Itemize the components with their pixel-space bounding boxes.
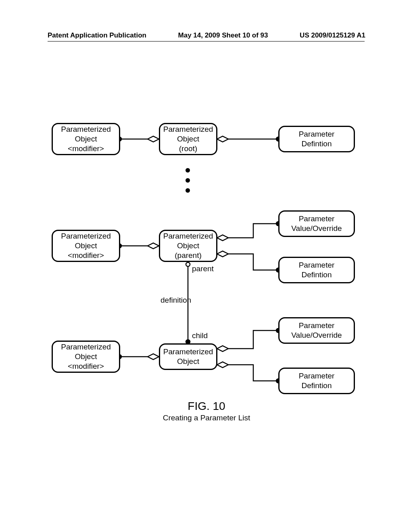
svg-point-14 xyxy=(186,262,190,266)
box-r1-root: Parameterized Object (root) xyxy=(159,123,217,155)
svg-marker-11 xyxy=(217,251,228,257)
box-r2-modifier: Parameterized Object <modifier> xyxy=(52,230,120,262)
box-text: Object xyxy=(177,357,199,366)
box-text: Value/Override xyxy=(291,224,342,233)
ellipsis-dots xyxy=(186,165,190,195)
box-text: Parameterized xyxy=(61,231,111,241)
box-text: Parameterized xyxy=(61,342,111,352)
figure-title: FIG. 10 xyxy=(48,400,365,413)
header-rule xyxy=(48,41,365,42)
label-definition: definition xyxy=(161,296,191,305)
box-text: Defintion xyxy=(302,139,332,149)
svg-marker-4 xyxy=(217,136,228,142)
box-r2-value-override: Parameter Value/Override xyxy=(278,210,355,237)
box-r1-definition: Parameter Defintion xyxy=(278,126,355,152)
box-text: Value/Override xyxy=(291,330,342,340)
box-text: Object xyxy=(177,134,199,144)
box-text: Defintion xyxy=(302,381,332,391)
box-text: Parameter xyxy=(299,129,335,139)
svg-marker-9 xyxy=(217,235,228,241)
box-r3-definition: Parameter Defintion xyxy=(278,368,355,394)
box-r2-parent: Parameterized Object (parent) xyxy=(159,230,217,262)
box-r2-definition: Parameter Defintion xyxy=(278,257,355,283)
box-text: Parameterized xyxy=(163,347,213,357)
box-text: Parameter xyxy=(299,260,335,270)
header-center: May 14, 2009 Sheet 10 of 93 xyxy=(178,31,268,39)
uml-diagram: Parameterized Object <modifier> Paramete… xyxy=(48,121,365,435)
box-text: Parameter xyxy=(299,371,335,381)
box-text: Object xyxy=(75,241,97,251)
figure-subtitle: Creating a Parameter List xyxy=(48,414,365,422)
box-r1-modifier: Parameterized Object <modifier> xyxy=(52,123,120,155)
box-text: Parameter xyxy=(299,321,335,330)
box-text: (root) xyxy=(179,144,197,154)
svg-marker-8 xyxy=(148,243,159,249)
label-child: child xyxy=(192,331,208,340)
box-text: Parameterized xyxy=(163,231,213,241)
box-text: Parameterized xyxy=(163,125,213,134)
box-text: Defintion xyxy=(302,270,332,280)
svg-marker-18 xyxy=(148,354,159,360)
box-text: Parameter xyxy=(299,214,335,224)
svg-marker-19 xyxy=(217,346,228,351)
box-r3-object: Parameterized Object xyxy=(159,343,217,370)
box-text: Object xyxy=(75,352,97,362)
box-text: Parameterized xyxy=(61,125,111,134)
box-text: Object xyxy=(75,134,97,144)
label-parent: parent xyxy=(192,264,214,273)
box-text: <modifier> xyxy=(68,362,104,371)
box-r3-modifier: Parameterized Object <modifier> xyxy=(52,341,120,373)
box-text: (parent) xyxy=(175,251,202,260)
box-text: <modifier> xyxy=(68,144,104,154)
header-right: US 2009/0125129 A1 xyxy=(300,31,365,39)
svg-marker-21 xyxy=(217,362,228,368)
box-text: <modifier> xyxy=(68,251,104,260)
svg-marker-2 xyxy=(148,136,159,142)
header-left: Patent Application Publication xyxy=(48,31,146,39)
box-text: Object xyxy=(177,241,199,251)
box-r3-value-override: Parameter Value/Override xyxy=(278,317,355,344)
